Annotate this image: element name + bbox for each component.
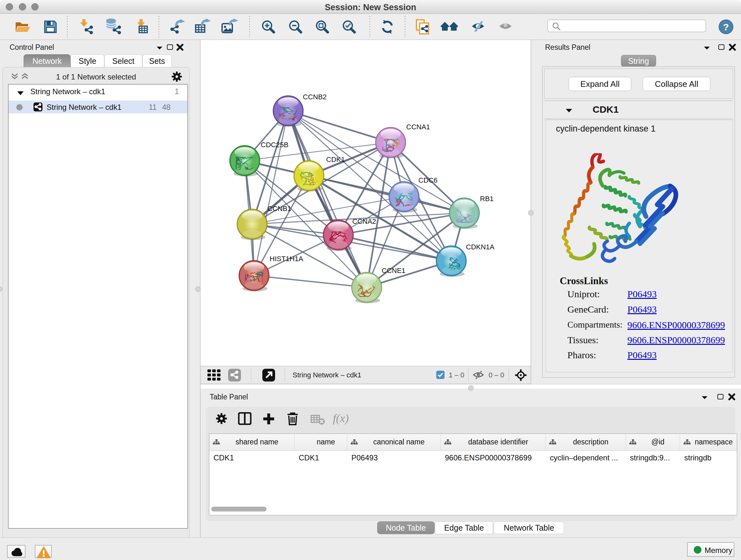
svg-text:CCNE1: CCNE1 — [382, 266, 406, 274]
svg-text:CDC25B: CDC25B — [261, 141, 288, 149]
svg-text:CDK1: CDK1 — [326, 155, 345, 164]
svg-text:CCNA1: CCNA1 — [406, 123, 430, 131]
svg-text:HIST1H1A: HIST1H1A — [270, 255, 303, 263]
svg-text:CCNB1: CCNB1 — [267, 205, 291, 212]
svg-text:CCNA2: CCNA2 — [352, 217, 376, 226]
svg-text:RB1: RB1 — [480, 195, 494, 203]
svg-text:CCNB2: CCNB2 — [303, 93, 327, 101]
svg-text:CDC6: CDC6 — [418, 176, 437, 184]
svg-text:CDKN1A: CDKN1A — [466, 243, 495, 251]
